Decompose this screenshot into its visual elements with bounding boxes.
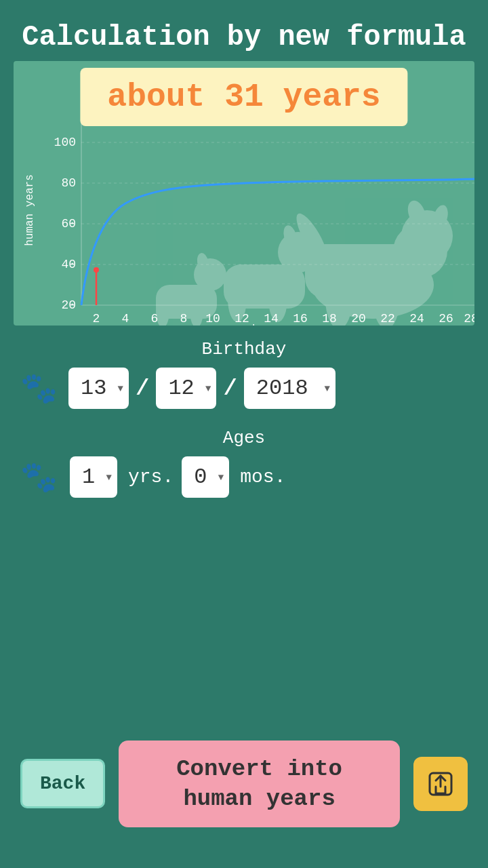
convert-button[interactable]: Convert intohuman years	[119, 741, 400, 827]
years-dropdown[interactable]: 1	[70, 456, 117, 498]
svg-text:80: 80	[61, 176, 76, 190]
svg-text:-: -	[68, 217, 76, 231]
birthday-section: Birthday 🐾 13 / 12 / 2018	[0, 326, 488, 409]
svg-text:-: -	[68, 298, 76, 312]
date-separator-1: /	[136, 376, 149, 401]
result-text: about 31 years	[107, 79, 380, 115]
months-dropdown[interactable]: 0	[182, 456, 229, 498]
back-button[interactable]: Back	[20, 759, 105, 808]
months-unit: mos.	[240, 467, 285, 488]
birthday-input-row: 🐾 13 / 12 / 2018	[20, 368, 468, 409]
svg-text:20: 20	[351, 312, 366, 326]
convert-label: Convert intohuman years	[176, 756, 342, 812]
day-dropdown[interactable]: 13	[68, 368, 129, 409]
months-dropdown-wrapper: 0	[182, 456, 229, 498]
svg-text:2: 2	[93, 312, 100, 326]
year-dropdown[interactable]: 2018	[244, 368, 336, 409]
svg-point-10	[278, 232, 319, 273]
page-title: Calculation by new formula	[0, 0, 488, 61]
ages-section: Ages 🐾 1 yrs. 0 mos.	[0, 409, 488, 498]
svg-text:4: 4	[122, 312, 129, 326]
share-button[interactable]	[413, 757, 468, 811]
year-dropdown-wrapper: 2018	[244, 368, 336, 409]
svg-text:6: 6	[151, 312, 159, 326]
svg-text:100: 100	[54, 136, 76, 149]
svg-text:dog years: dog years	[249, 323, 307, 326]
svg-text:28: 28	[464, 312, 474, 326]
svg-text:10: 10	[205, 312, 220, 326]
ages-label: Ages	[20, 428, 468, 448]
ages-input-row: 🐾 1 yrs. 0 mos.	[20, 456, 468, 498]
years-unit: yrs.	[128, 467, 174, 488]
paw-icon-birthday: 🐾	[20, 370, 58, 407]
svg-text:24: 24	[409, 312, 424, 326]
month-dropdown-wrapper: 12	[156, 368, 216, 409]
chart-area: about 31 years	[14, 61, 474, 326]
svg-text:22: 22	[380, 312, 395, 326]
result-box: about 31 years	[80, 68, 407, 126]
svg-text:18: 18	[322, 312, 337, 326]
month-dropdown[interactable]: 12	[156, 368, 216, 409]
paw-icon-ages: 🐾	[20, 459, 58, 496]
svg-text:8: 8	[180, 312, 188, 326]
years-dropdown-wrapper: 1	[70, 456, 117, 498]
birthday-label: Birthday	[20, 339, 468, 359]
svg-point-50	[94, 267, 99, 273]
day-dropdown-wrapper: 13	[68, 368, 129, 409]
svg-text:26: 26	[439, 312, 453, 326]
date-separator-2: /	[223, 376, 237, 401]
share-icon	[427, 770, 454, 797]
svg-text:-: -	[68, 258, 76, 271]
svg-text:human years: human years	[24, 175, 36, 247]
svg-text:12: 12	[235, 312, 249, 326]
bottom-bar: Back Convert intohuman years	[0, 741, 488, 827]
